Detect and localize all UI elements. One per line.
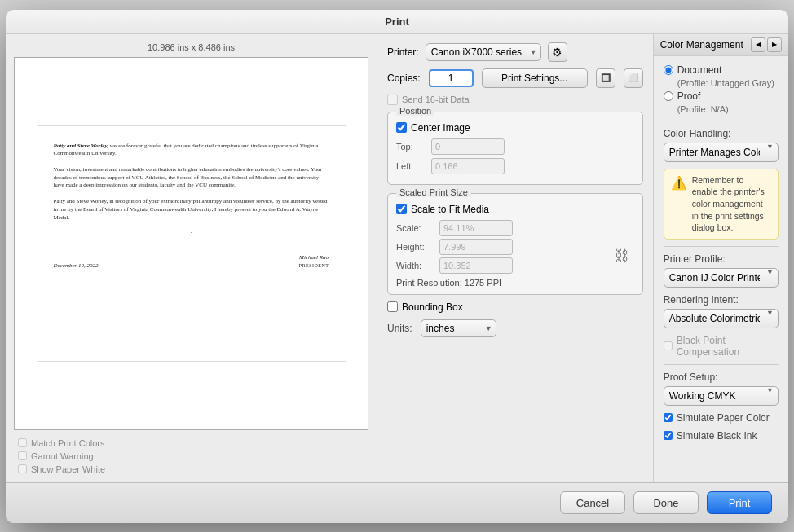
rendering-intent-select-wrapper: Absolute Colorimetric Perceptual Saturat… xyxy=(664,309,779,328)
print-button[interactable]: Print xyxy=(707,491,772,514)
printer-profile-section: Printer Profile: Canon IJ Color Printer … xyxy=(664,253,779,288)
match-print-colors-checkbox[interactable] xyxy=(18,438,27,447)
position-section: Position Center Image Top: Left: xyxy=(387,112,643,185)
proof-setup-section: Proof Setup: Working CMYK ▼ xyxy=(664,372,779,406)
height-field-row: Height: xyxy=(396,239,618,255)
print-resolution-label: Print Resolution: 1275 PPI xyxy=(396,278,634,288)
position-section-title: Position xyxy=(396,106,434,116)
center-image-label: Center Image xyxy=(411,122,470,134)
icon-btn-2[interactable]: ⬜ xyxy=(624,68,643,88)
dialog-body: 10.986 ins x 8.486 ins Patty and Steve W… xyxy=(6,34,788,482)
show-paper-white-checkbox[interactable] xyxy=(18,464,27,473)
middle-panel: Printer: Canon iX7000 series ▼ ⚙ Copies:… xyxy=(377,34,653,482)
proof-setup-label: Proof Setup: xyxy=(664,372,718,383)
top-field-row: Top: xyxy=(396,138,634,155)
title-bar: Print xyxy=(6,10,788,34)
copies-input[interactable] xyxy=(429,69,474,87)
print-dialog: Print 10.986 ins x 8.486 ins Patty and S… xyxy=(6,10,788,523)
width-field-row: Width: xyxy=(396,257,618,274)
scale-to-fit-row: Scale to Fit Media xyxy=(396,204,634,215)
center-image-row: Center Image xyxy=(396,122,634,134)
icon-btn-1[interactable]: 🔲 xyxy=(596,68,615,88)
simulate-black-label: Simulate Black Ink xyxy=(677,430,757,442)
black-point-checkbox[interactable] xyxy=(664,341,673,350)
document-radio[interactable] xyxy=(664,65,673,75)
color-handling-section: Color Handling: Printer Manages Colors P… xyxy=(664,128,779,162)
height-width-fields: Height: Width: ⛓ xyxy=(396,239,618,274)
simulate-paper-checkbox[interactable] xyxy=(664,413,673,422)
scale-input[interactable] xyxy=(439,220,513,236)
printer-label: Printer: xyxy=(387,46,419,58)
done-button[interactable]: Done xyxy=(633,491,699,514)
simulate-black-checkbox[interactable] xyxy=(664,431,673,440)
units-row: Units: inches centimeters millimeters po… xyxy=(387,319,643,337)
nav-prev-button[interactable]: ◀ xyxy=(751,37,765,52)
color-handling-label: Color Handling: xyxy=(664,128,731,139)
show-paper-white-row: Show Paper White xyxy=(18,464,368,474)
print-settings-button[interactable]: Print Settings... xyxy=(482,68,588,88)
scale-field-row: Scale: xyxy=(396,220,618,236)
left-field-row: Left: xyxy=(396,158,634,174)
dialog-title: Print xyxy=(385,15,409,28)
width-input[interactable] xyxy=(439,257,513,274)
printer-settings-icon-btn[interactable]: ⚙ xyxy=(548,42,567,62)
document-proof-radio-group: Document (Profile: Untagged Gray) Proof … xyxy=(664,64,779,114)
scale-fields-container: Scale: Height: Width: ⛓ xyxy=(396,220,634,274)
gamut-warning-checkbox[interactable] xyxy=(18,451,27,460)
warning-text: Remember to enable the printer's color m… xyxy=(692,174,771,234)
height-label: Height: xyxy=(396,242,433,252)
show-paper-white-label: Show Paper White xyxy=(31,464,105,474)
top-label: Top: xyxy=(396,142,425,152)
printer-profile-select[interactable]: Canon IJ Color Printer Profile 2005 xyxy=(664,268,779,288)
width-label: Width: xyxy=(396,261,433,270)
copies-row: Copies: Print Settings... 🔲 ⬜ xyxy=(387,68,643,88)
gamut-warning-row: Gamut Warning xyxy=(18,451,368,461)
units-select[interactable]: inches centimeters millimeters points pi… xyxy=(421,319,496,337)
divider-2 xyxy=(664,246,779,247)
units-select-wrapper: inches centimeters millimeters points pi… xyxy=(421,319,496,337)
proof-radio[interactable] xyxy=(664,91,673,101)
left-input[interactable] xyxy=(431,158,505,174)
warning-box: ⚠️ Remember to enable the printer's colo… xyxy=(664,169,779,240)
match-print-colors-label: Match Print Colors xyxy=(31,438,104,448)
height-input[interactable] xyxy=(439,239,513,255)
proof-setup-select[interactable]: Working CMYK xyxy=(664,386,779,406)
preview-content: Patty and Steve Worley, we are forever g… xyxy=(54,143,329,270)
top-input[interactable] xyxy=(431,138,505,155)
nav-arrows: ◀ ▶ xyxy=(751,37,782,52)
bounding-box-label: Bounding Box xyxy=(402,301,463,313)
send-16bit-row: Send 16-bit Data xyxy=(387,95,643,105)
rendering-intent-select[interactable]: Absolute Colorimetric Perceptual Saturat… xyxy=(664,309,779,328)
dialog-footer: Cancel Done Print xyxy=(6,482,788,523)
send-16bit-checkbox[interactable] xyxy=(387,95,398,105)
preview-area: Patty and Steve Worley, we are forever g… xyxy=(14,57,368,430)
preview-checkboxes: Match Print Colors Gamut Warning Show Pa… xyxy=(14,438,368,474)
preview-document: Patty and Steve Worley, we are forever g… xyxy=(37,125,346,362)
document-radio-item: Document xyxy=(664,64,779,76)
match-print-colors-row: Match Print Colors xyxy=(18,438,368,448)
document-radio-label: Document xyxy=(677,64,722,76)
printer-select[interactable]: Canon iX7000 series xyxy=(426,43,541,61)
gamut-warning-label: Gamut Warning xyxy=(31,451,94,461)
divider-3 xyxy=(664,364,779,365)
proof-radio-label: Proof xyxy=(677,90,701,102)
right-panel: Color Management ◀ ▶ Document (Profile: … xyxy=(653,34,788,482)
black-point-label: Black Point Compensation xyxy=(677,335,779,358)
color-handling-select-wrapper: Printer Manages Colors Photoshop Manages… xyxy=(664,143,779,162)
left-label: Left: xyxy=(396,161,425,171)
bounding-box-row: Bounding Box xyxy=(387,301,643,313)
nav-next-button[interactable]: ▶ xyxy=(767,37,782,52)
document-profile-label: (Profile: Untagged Gray) xyxy=(664,78,779,88)
scaled-section-title: Scaled Print Size xyxy=(396,187,471,197)
cancel-button[interactable]: Cancel xyxy=(560,491,625,514)
scale-label: Scale: xyxy=(396,223,433,233)
proof-profile-label: (Profile: N/A) xyxy=(664,104,779,114)
bounding-box-checkbox[interactable] xyxy=(387,301,398,312)
color-handling-select[interactable]: Printer Manages Colors Photoshop Manages… xyxy=(664,143,779,162)
scale-to-fit-checkbox[interactable] xyxy=(396,204,407,214)
chain-link-icon: ⛓ xyxy=(615,248,629,265)
center-image-checkbox[interactable] xyxy=(396,122,407,133)
simulate-black-row: Simulate Black Ink xyxy=(664,430,779,442)
proof-radio-item: Proof xyxy=(664,90,779,102)
printer-select-wrapper: Canon iX7000 series ▼ xyxy=(426,43,541,61)
